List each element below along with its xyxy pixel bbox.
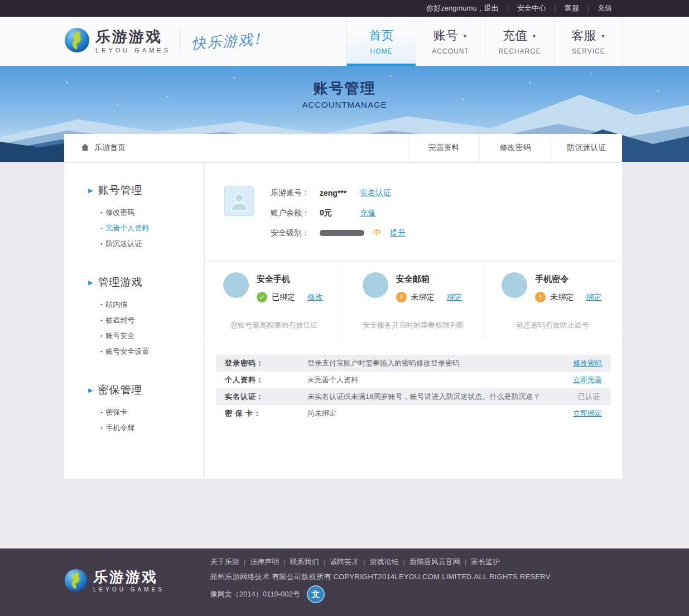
sidebar-item-site-mail[interactable]: ▪站内信 [100, 297, 204, 312]
copyright-text: 郑州乐游网络技术 有限公司版权所有 COPYRIGHT2014LEYOU.COM… [210, 572, 551, 582]
triangle-right-icon: ▶ [88, 387, 93, 394]
warning-circle-icon: ! [535, 292, 546, 302]
nav-service-sublabel: SERVICE [555, 47, 623, 55]
complete-profile-link[interactable]: 立即完善 [573, 375, 602, 385]
security-upgrade-link[interactable]: 提升 [390, 228, 406, 238]
footer-logo[interactable]: 乐游游戏 LEYOU GAMES [64, 569, 165, 594]
avatar [224, 186, 254, 216]
tab-complete-profile[interactable]: 完善资料 [408, 134, 479, 162]
footer-link-contact[interactable]: 联系我们 [290, 557, 319, 567]
sidebar-item-anti-addiction[interactable]: ▪防沉迷认证 [100, 236, 204, 252]
triangle-right-icon: ▶ [88, 187, 93, 194]
breadcrumb[interactable]: 乐游首页 [64, 134, 408, 162]
change-password-link[interactable]: 修改密码 [573, 358, 602, 368]
logo-title: 乐游游戏 [95, 30, 171, 45]
nav-home-sublabel: HOME [347, 47, 416, 55]
sidebar-item-change-password[interactable]: ▪修改密码 [100, 205, 204, 220]
nav-recharge[interactable]: 充值▼ RECHARGE [485, 17, 554, 66]
table-row-login-password: 登录密码： 登录支付宝账户时需要输入的密码修改登录密码 修改密码 [216, 355, 611, 372]
sidebar-group-label: 账号管理 [98, 183, 142, 198]
bind-secret-card-link[interactable]: 立即绑定 [573, 408, 602, 418]
content-row: ▶ 账号管理 ▪修改密码 ▪完善个人资料 ▪防沉迷认证 ▶ 管理游戏 [64, 163, 622, 479]
sidebar-item-label: 修改密码 [105, 208, 134, 218]
main-nav: 首页 HOME 账号▼ ACCOUNT 充值▼ RECHARGE 客服▼ SER… [346, 17, 623, 66]
footer-link-parental[interactable]: 家长监护 [471, 557, 500, 567]
sidebar: ▶ 账号管理 ▪修改密码 ▪完善个人资料 ▪防沉迷认证 ▶ 管理游戏 [64, 163, 204, 479]
page-subtitle: ACCOUNTMANAGE [0, 100, 689, 109]
card-secure-email: 安全邮箱 ! 未绑定 绑定 安全服务开启时的重要权限判断 [344, 261, 483, 339]
footer-link-jobs[interactable]: 诚聘英才 [330, 557, 359, 567]
tab-anti-addiction[interactable]: 防沉迷认证 [551, 134, 622, 162]
username-label: 乐游账号： [271, 188, 320, 198]
sidebar-group-label: 密保管理 [98, 383, 142, 397]
row-label: 登录密码： [225, 358, 307, 368]
sidebar-group-game-manage: ▶ 管理游戏 ▪站内信 ▪被盗封号 ▪账号安全 ▪账号安全设置 [88, 275, 204, 359]
sidebar-item-label: 站内信 [105, 300, 127, 310]
sidebar-group-label: 管理游戏 [98, 275, 142, 290]
nav-service[interactable]: 客服▼ SERVICE [554, 17, 623, 66]
customer-service-link[interactable]: 客服 [565, 3, 579, 13]
content-container: 乐游首页 完善资料 修改密码 防沉迷认证 ▶ 账号管理 ▪修改密码 ▪完善个人 [64, 134, 622, 479]
modify-phone-link[interactable]: 修改 [307, 292, 323, 302]
row-description: 登录支付宝账户时需要输入的密码修改登录密码 [307, 358, 573, 368]
nav-service-label: 客服 [572, 27, 596, 44]
sidebar-group-title-game-manage[interactable]: ▶ 管理游戏 [88, 275, 204, 290]
security-level-row: 安全级别： 中 提升 [271, 227, 406, 239]
row-description: 未完善个人资料 [307, 375, 573, 385]
sidebar-item-secret-card[interactable]: ▪密保卡 [100, 405, 204, 420]
balance-value: 0元 [320, 208, 360, 218]
sidebar-item-stolen-banned[interactable]: ▪被盗封号 [100, 312, 204, 328]
main-panel: 乐游账号： zeng*** 实名认证 账户余额： 0元 充值 安全级别： [205, 163, 622, 479]
sidebar-item-label: 被盗封号 [105, 315, 134, 325]
footer-link-forum[interactable]: 游戏论坛 [369, 557, 398, 567]
sidebar-group-title-secret-manage[interactable]: ▶ 密保管理 [88, 383, 204, 397]
footer-link-about[interactable]: 关于乐游 [210, 557, 239, 567]
sidebar-group-title-account-manage[interactable]: ▶ 账号管理 [88, 183, 204, 198]
username-value: zeng*** [320, 189, 360, 198]
card-secure-phone: 安全手机 ✓ 已绑定 修改 您账号最高权限的有效凭证 [205, 261, 344, 339]
recharge-link[interactable]: 充值 [598, 3, 612, 13]
culture-cert-badge[interactable]: 文 [307, 585, 325, 603]
breadcrumb-bar: 乐游首页 完善资料 修改密码 防沉迷认证 [64, 134, 622, 162]
row-description: 尚未绑定 [307, 408, 573, 418]
sidebar-item-account-security[interactable]: ▪账号安全 [100, 328, 204, 344]
account-summary: 乐游账号： zeng*** 实名认证 账户余额： 0元 充值 安全级别： [205, 163, 622, 261]
nav-account-sublabel: ACCOUNT [416, 47, 485, 55]
sidebar-item-mobile-token[interactable]: ▪手机令牌 [100, 420, 204, 436]
realname-verify-link[interactable]: 实名认证 [360, 188, 391, 198]
logout-link[interactable]: 退出 [484, 3, 499, 13]
sidebar-item-security-settings[interactable]: ▪账号安全设置 [100, 344, 204, 359]
sidebar-item-complete-profile[interactable]: ▪完善个人资料 [100, 220, 204, 236]
separator: | [507, 4, 509, 12]
nav-recharge-sublabel: RECHARGE [485, 47, 554, 55]
divider [180, 29, 180, 54]
footer-link-legal[interactable]: 法律声明 [250, 557, 279, 567]
separator: | [363, 558, 365, 566]
bullet-icon: ▪ [100, 317, 102, 323]
icp-line: 豫网文（2014）0110-002号 文 [210, 585, 551, 603]
card-title: 手机密令 [535, 274, 601, 285]
nav-home[interactable]: 首页 HOME [346, 17, 416, 66]
logo[interactable]: 乐游游戏 LEYOU GAMES [64, 27, 171, 55]
bullet-icon: ▪ [100, 410, 102, 415]
check-circle-icon: ✓ [257, 292, 267, 302]
security-cards: 安全手机 ✓ 已绑定 修改 您账号最高权限的有效凭证 [205, 261, 622, 339]
security-level-value: 中 [373, 228, 381, 238]
bind-token-link[interactable]: 绑定 [586, 292, 601, 302]
recharge-link[interactable]: 充值 [360, 208, 375, 218]
nav-account[interactable]: 账号▼ ACCOUNT [416, 17, 485, 66]
verified-status: 已认证 [578, 392, 600, 402]
security-center-link[interactable]: 安全中心 [517, 3, 546, 13]
table-row-realname: 实名认证： 未实名认证或未满18周岁账号，账号讲进入防沉迷状态。什么是防沉迷？ … [216, 388, 611, 405]
bullet-icon: ▪ [100, 241, 102, 247]
triangle-right-icon: ▶ [88, 279, 93, 286]
bind-email-link[interactable]: 绑定 [447, 292, 462, 302]
breadcrumb-label: 乐游首页 [94, 143, 126, 153]
page-title: 账号管理 [0, 79, 689, 98]
tab-change-password[interactable]: 修改密码 [479, 134, 551, 162]
footer: 乐游游戏 LEYOU GAMES 关于乐游| 法律声明| 联系我们| 诚聘英才|… [0, 548, 689, 616]
bullet-icon: ▪ [100, 225, 102, 231]
footer-link-game-official[interactable]: 新隋唐风云官网 [409, 557, 460, 567]
account-username-row: 乐游账号： zeng*** 实名认证 [271, 186, 406, 199]
card-caption: 安全服务开启时的重要权限判断 [344, 320, 483, 330]
